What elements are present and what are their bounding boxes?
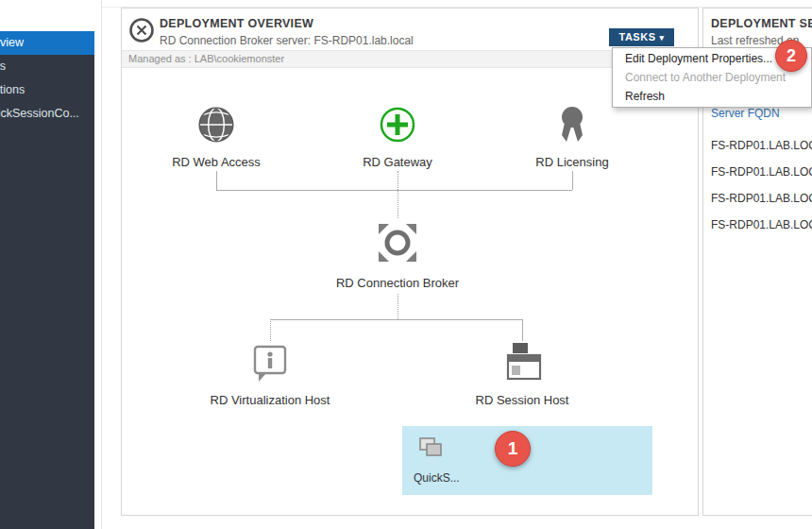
- rds-sidebar: Overview Servers Collections QuickSessio…: [0, 31, 94, 529]
- servers-title: DEPLOYMENT SERVERS: [711, 17, 812, 30]
- connector-line: [522, 319, 523, 341]
- tasks-button-label: TASKS: [619, 31, 656, 43]
- chevron-down-icon: ▾: [659, 33, 664, 43]
- servers-list: FS-RDP01.LAB.LOCAL FS-RDP01.LAB.LOCAL FS…: [711, 132, 812, 238]
- menu-item-connect-to-another-deployment: Connect to Another Deployment: [613, 68, 811, 87]
- server-row[interactable]: FS-RDP01.LAB.LOCAL: [711, 159, 812, 185]
- session-host-icon: [498, 371, 547, 387]
- node-rd-gateway[interactable]: RD Gateway: [331, 103, 464, 169]
- node-rd-connection-broker[interactable]: RD Connection Broker: [322, 218, 473, 290]
- connector-line: [216, 190, 572, 191]
- ribbon-icon: [551, 133, 593, 149]
- sidebar-item-servers[interactable]: Servers: [0, 55, 94, 78]
- node-rd-virtualization-host[interactable]: RD Virtualization Host: [195, 341, 346, 407]
- node-label: RD Gateway: [331, 155, 464, 169]
- node-rd-web-access[interactable]: RD Web Access: [150, 103, 282, 169]
- overview-subtitle: RD Connection Broker server: FS-RDP01.la…: [160, 34, 414, 47]
- node-label: RD Connection Broker: [322, 276, 473, 290]
- column-header-server-fqdn[interactable]: Server FQDN: [711, 107, 780, 120]
- server-manager-rds-view: Overview Servers Collections QuickSessio…: [0, 0, 812, 529]
- green-plus-icon: [376, 133, 419, 149]
- node-label: RD Licensing: [506, 155, 638, 169]
- connector-line: [398, 294, 398, 319]
- node-rd-licensing[interactable]: RD Licensing: [506, 103, 638, 169]
- node-label: RD Session Host: [447, 393, 598, 407]
- node-label: RD Web Access: [150, 155, 282, 169]
- connector-line: [398, 190, 398, 218]
- broker-icon: [373, 254, 422, 270]
- node-label: RD Virtualization Host: [195, 393, 346, 407]
- connector-line: [216, 171, 217, 190]
- nav-content-divider: [101, 0, 102, 529]
- server-row[interactable]: FS-RDP01.LAB.LOCAL: [711, 185, 812, 212]
- step-badge-1: 1: [495, 431, 531, 467]
- sidebar-item-collections[interactable]: Collections: [0, 78, 94, 102]
- connector-line: [270, 319, 271, 341]
- session-collection-item[interactable]: QuickS...: [402, 426, 652, 495]
- globe-icon: [195, 133, 238, 149]
- menu-item-refresh[interactable]: Refresh: [613, 87, 811, 106]
- deployment-overview-icon: [127, 16, 156, 44]
- sidebar-item-quicksessioncollection[interactable]: QuickSessionCo...: [0, 102, 94, 126]
- step-badge-2: 2: [775, 40, 807, 72]
- collection-windows-icon: [417, 435, 446, 464]
- virtualization-host-icon: [248, 371, 292, 387]
- sidebar-item-overview[interactable]: Overview: [0, 31, 94, 55]
- server-row[interactable]: FS-RDP01.LAB.LOCAL: [711, 212, 812, 238]
- connector-line: [572, 171, 573, 190]
- server-row[interactable]: FS-RDP01.LAB.LOCAL: [711, 132, 812, 159]
- connector-line: [270, 319, 522, 320]
- tasks-button[interactable]: TASKS▾: [609, 28, 674, 46]
- overview-title: DEPLOYMENT OVERVIEW: [160, 17, 313, 30]
- node-rd-session-host[interactable]: RD Session Host: [447, 341, 598, 407]
- connector-line: [398, 171, 398, 190]
- collection-label: QuickS...: [414, 471, 460, 485]
